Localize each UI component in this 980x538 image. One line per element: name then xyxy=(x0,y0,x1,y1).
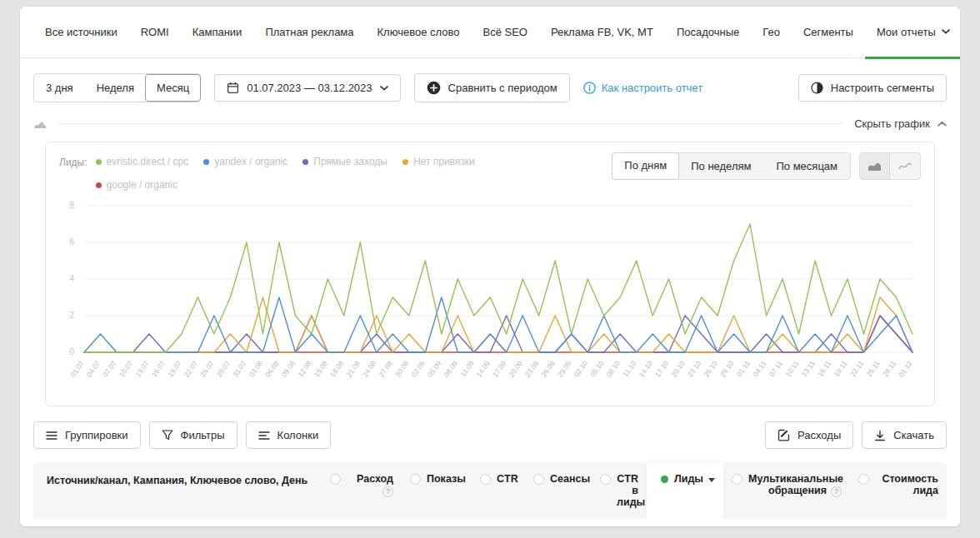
compare-period-button[interactable]: Сравнить с периодом xyxy=(414,73,570,102)
legend-label: Нет привязки xyxy=(413,156,475,167)
tab-label: Сегменты xyxy=(803,26,853,38)
granularity-option[interactable]: По неделям xyxy=(678,153,763,179)
line-chart-button[interactable] xyxy=(890,153,920,179)
legend-item[interactable]: yandex / organic xyxy=(203,156,288,167)
period-toggle: 3 дняНеделяМесяц xyxy=(33,73,201,102)
toolbar-button-label: Группировки xyxy=(65,429,128,441)
top-tab[interactable]: Мои отчеты xyxy=(865,7,960,59)
calendar-icon xyxy=(227,82,239,94)
svg-text:15.08: 15.08 xyxy=(312,359,330,378)
help-icon[interactable]: ? xyxy=(831,486,842,497)
legend-title: Лиды: xyxy=(59,156,88,191)
granularity-option[interactable]: По дням xyxy=(612,152,679,180)
top-tab[interactable]: ROMI xyxy=(129,7,181,57)
svg-text:02.10: 02.10 xyxy=(572,359,589,378)
metric-radio[interactable] xyxy=(533,474,544,485)
tab-label: Ключевое слово xyxy=(378,26,460,38)
legend-item[interactable]: Нет привязки xyxy=(402,156,475,167)
columns-icon xyxy=(258,431,270,441)
metric-radio[interactable] xyxy=(858,474,869,485)
hide-chart-toggle[interactable]: Скрыть график xyxy=(854,117,947,130)
svg-text:31.07: 31.07 xyxy=(231,359,248,378)
legend-dot-icon xyxy=(203,159,209,165)
column-header-metric[interactable]: Лиды xyxy=(647,462,723,519)
top-tab[interactable]: Гео xyxy=(751,7,792,57)
period-option[interactable]: 3 дня xyxy=(34,74,85,102)
toolbar-button-label: Расходы xyxy=(798,429,841,441)
svg-text:2: 2 xyxy=(69,311,74,320)
toolbar-button[interactable]: Группировки xyxy=(33,421,141,449)
chevron-down-icon xyxy=(942,29,950,34)
chart-icon[interactable] xyxy=(33,119,47,129)
metric-radio[interactable] xyxy=(410,474,421,485)
report-card: Все источникиROMIКампанииПлатная реклама… xyxy=(20,7,960,526)
tab-label: ROMI xyxy=(141,26,169,38)
svg-text:04.11: 04.11 xyxy=(751,359,768,378)
svg-text:10.07: 10.07 xyxy=(118,359,135,378)
column-header-metric[interactable]: CTR xyxy=(472,462,525,519)
top-tab[interactable]: Кампании xyxy=(181,7,254,57)
toolbar-button-label: Колонки xyxy=(278,429,319,441)
svg-text:04.07: 04.07 xyxy=(85,359,102,378)
column-header-metric[interactable]: Сеансы xyxy=(525,462,592,519)
column-header-metric[interactable]: Стоимость лида xyxy=(850,462,947,519)
legend-item[interactable]: Прямые заходы xyxy=(302,156,388,167)
period-option[interactable]: Месяц xyxy=(145,74,201,102)
table-body xyxy=(33,519,947,526)
svg-text:10.11: 10.11 xyxy=(783,359,800,378)
selected-metric-dot[interactable] xyxy=(661,476,668,483)
help-icon[interactable]: ? xyxy=(382,486,393,497)
top-tab[interactable]: Ключевое слово xyxy=(366,7,472,57)
column-header-metric[interactable]: Расход? xyxy=(322,462,402,519)
toolbar-button[interactable]: Расходы xyxy=(765,421,853,449)
svg-text:0: 0 xyxy=(69,347,74,356)
tab-label: Реклама FB, VK, МТ xyxy=(551,26,653,38)
tab-label: Всё SEO xyxy=(482,26,527,38)
svg-text:14.10: 14.10 xyxy=(637,359,654,378)
segments-label: Настроить сегменты xyxy=(831,82,934,94)
chart-top-row: Лиды: evristic.direct / cpcyandex / orga… xyxy=(59,152,921,191)
top-tab[interactable]: Всё SEO xyxy=(471,7,538,57)
period-option[interactable]: Неделя xyxy=(85,74,146,102)
column-header-metric[interactable]: Показы xyxy=(402,462,472,519)
controls-row: 3 дняНеделяМесяц 01.07.2023 — 03.12.2023… xyxy=(20,58,960,102)
svg-text:20.09: 20.09 xyxy=(507,359,524,378)
area-chart-button[interactable] xyxy=(860,153,890,179)
svg-text:29.10: 29.10 xyxy=(718,359,736,378)
metric-radio[interactable] xyxy=(600,474,611,485)
svg-text:16.11: 16.11 xyxy=(816,359,832,378)
howto-link[interactable]: Как настроить отчет xyxy=(583,82,702,94)
date-range-picker[interactable]: 01.07.2023 — 03.12.2023 xyxy=(214,74,400,102)
legend-item[interactable]: evristic.direct / cpc xyxy=(96,156,189,167)
top-tab[interactable]: Сегменты xyxy=(792,7,865,57)
metric-radio[interactable] xyxy=(480,474,491,485)
top-tabs: Все источникиROMIКампанииПлатная реклама… xyxy=(33,7,960,57)
toolbar-button[interactable]: Скачать xyxy=(862,421,947,449)
configure-segments-button[interactable]: Настроить сегменты xyxy=(798,74,947,102)
column-header-metric[interactable]: Мультиканальные обращения? xyxy=(723,462,850,519)
top-tab[interactable]: Посадочные xyxy=(665,7,751,57)
column-header-metric[interactable]: CTR в лиды xyxy=(592,462,647,519)
svg-text:14.09: 14.09 xyxy=(475,359,492,378)
spacer xyxy=(331,421,765,449)
leads-line-chart[interactable]: 0246801.0704.0707.0710.0713.0716.0719.07… xyxy=(59,197,921,402)
svg-text:17.10: 17.10 xyxy=(653,359,671,378)
chevron-down-icon xyxy=(380,86,388,91)
svg-text:07.07: 07.07 xyxy=(101,359,118,378)
metric-radio[interactable] xyxy=(330,474,341,485)
legend-item[interactable]: google / organic xyxy=(96,179,178,191)
svg-text:18.08: 18.08 xyxy=(328,359,346,378)
svg-text:08.09: 08.09 xyxy=(442,359,460,378)
svg-text:06.08: 06.08 xyxy=(263,359,281,378)
svg-text:11.10: 11.10 xyxy=(621,359,638,378)
metric-radio[interactable] xyxy=(732,474,742,485)
segments-icon xyxy=(811,82,823,94)
top-tab[interactable]: Все источники xyxy=(33,7,129,57)
toolbar-button[interactable]: Колонки xyxy=(246,421,332,449)
column-header-dimensions[interactable]: Источник/канал, Кампания, Ключевое слово… xyxy=(33,462,322,519)
top-tab[interactable]: Платная реклама xyxy=(253,7,365,57)
granularity-option[interactable]: По месяцам xyxy=(763,153,850,179)
chart-section-header: Скрыть график xyxy=(20,102,960,130)
top-tab[interactable]: Реклама FB, VK, МТ xyxy=(539,7,665,57)
toolbar-button[interactable]: Фильтры xyxy=(149,421,238,449)
